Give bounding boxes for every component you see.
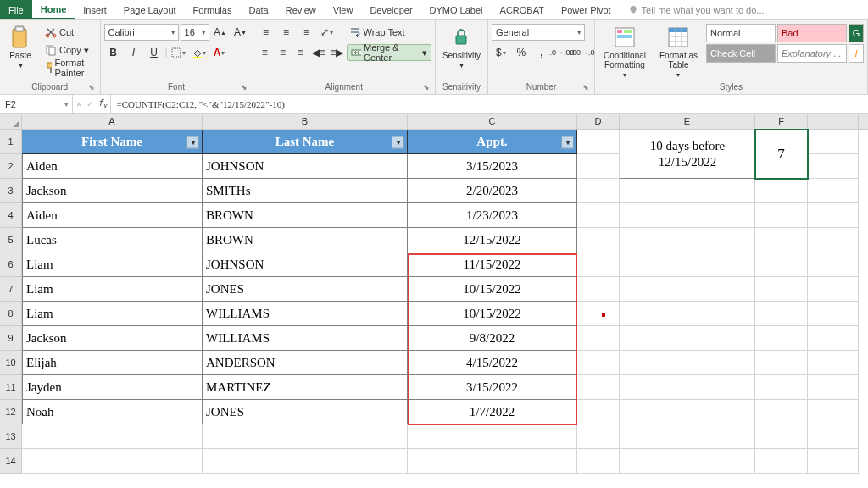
cell[interactable]: MARTINEZ	[203, 375, 408, 400]
spreadsheet-grid[interactable]: A B C D E F 1First Name▾Last Name▾Appt.▾…	[0, 114, 868, 474]
formula-input[interactable]: =COUNTIF(C2:C12, "<"&"12/15/2022"-10)	[111, 95, 868, 113]
wrap-text-button[interactable]: Wrap Text	[345, 24, 409, 41]
cell[interactable]	[408, 449, 577, 474]
tab-dymo[interactable]: DYMO Label	[421, 0, 492, 19]
tab-developer[interactable]: Developer	[361, 0, 420, 19]
cell[interactable]	[22, 424, 203, 449]
cell[interactable]: Aiden	[22, 203, 203, 228]
font-color-button[interactable]: A	[210, 44, 229, 61]
cell[interactable]	[620, 400, 755, 424]
cell[interactable]	[577, 277, 620, 302]
font-launcher[interactable]: ⬊	[241, 83, 248, 92]
cell[interactable]: Liam	[22, 302, 203, 326]
cell[interactable]	[755, 424, 808, 449]
row-header[interactable]: 14	[0, 449, 22, 474]
cell[interactable]	[755, 179, 808, 203]
cell[interactable]	[577, 424, 620, 449]
enter-formula-icon[interactable]: ✓	[87, 98, 93, 109]
cell[interactable]	[755, 302, 808, 326]
cell[interactable]	[620, 179, 755, 203]
style-check-cell[interactable]: Check Cell	[706, 44, 776, 63]
currency-button[interactable]: $	[492, 44, 510, 61]
align-center-icon[interactable]: ≡	[275, 44, 291, 61]
style-good[interactable]: G	[849, 24, 864, 42]
format-painter-button[interactable]: Format Painter	[41, 59, 97, 76]
cell[interactable]: 10/15/2022	[408, 277, 577, 302]
clipboard-launcher[interactable]: ⬊	[88, 83, 95, 92]
bold-button[interactable]: B	[104, 44, 123, 61]
increase-indent-icon[interactable]: ≡▶	[329, 44, 345, 61]
row-header[interactable]: 3	[0, 179, 22, 203]
row-header[interactable]: 10	[0, 351, 22, 375]
cell[interactable]	[577, 449, 620, 474]
orientation-icon[interactable]: ⤢	[318, 24, 337, 41]
cell[interactable]: Noah	[22, 400, 203, 424]
align-middle-icon[interactable]: ≡	[277, 24, 296, 41]
conditional-formatting-button[interactable]: Conditional Formatting▾	[598, 24, 651, 80]
cell[interactable]	[808, 375, 859, 400]
cell[interactable]	[203, 449, 408, 474]
cut-button[interactable]: Cut	[41, 24, 97, 41]
underline-button[interactable]: U	[145, 44, 164, 61]
cell[interactable]: 3/15/2023	[408, 154, 577, 179]
row-header[interactable]: 5	[0, 228, 22, 252]
cell[interactable]	[620, 326, 755, 351]
cancel-formula-icon[interactable]: ✕	[76, 98, 82, 109]
cell[interactable]	[755, 400, 808, 424]
cell[interactable]	[808, 228, 859, 252]
cell[interactable]	[577, 130, 620, 154]
row-header[interactable]: 11	[0, 375, 22, 400]
cell[interactable]	[755, 228, 808, 252]
tab-review[interactable]: Review	[277, 0, 325, 19]
cell[interactable]: JONES	[203, 277, 408, 302]
tab-file[interactable]: File	[0, 0, 32, 19]
row-header[interactable]: 8	[0, 302, 22, 326]
cell[interactable]: Liam	[22, 277, 203, 302]
cell[interactable]: Elijah	[22, 351, 203, 375]
cell[interactable]	[755, 449, 808, 474]
select-all-corner[interactable]	[0, 114, 22, 129]
increase-decimal-button[interactable]: .0→.00	[553, 44, 571, 61]
col-header-b[interactable]: B	[203, 114, 408, 129]
table-header-lastname[interactable]: Last Name▾	[203, 130, 408, 154]
cell[interactable]: Aiden	[22, 154, 203, 179]
insert-function-icon[interactable]: fx	[97, 97, 107, 110]
col-header-g[interactable]	[808, 114, 859, 129]
decrease-decimal-button[interactable]: .00→.0	[573, 44, 592, 61]
col-header-c[interactable]: C	[408, 114, 577, 129]
cell[interactable]: JOHNSON	[203, 154, 408, 179]
cell[interactable]	[808, 326, 859, 351]
cell[interactable]	[577, 203, 620, 228]
cell[interactable]	[755, 326, 808, 351]
tab-insert[interactable]: Insert	[75, 0, 115, 19]
cell[interactable]	[808, 252, 859, 277]
cell[interactable]: 3/15/2022	[408, 375, 577, 400]
row-header[interactable]: 6	[0, 252, 22, 277]
style-bad[interactable]: Bad	[777, 24, 847, 42]
row-header[interactable]: 12	[0, 400, 22, 424]
style-input[interactable]: I	[849, 44, 864, 63]
col-header-e[interactable]: E	[620, 114, 755, 129]
cell[interactable]: 11/15/2022	[408, 252, 577, 277]
tab-acrobat[interactable]: ACROBAT	[492, 0, 553, 19]
cell[interactable]: JONES	[203, 400, 408, 424]
cell[interactable]: 1/7/2022	[408, 400, 577, 424]
cell[interactable]: Jackson	[22, 326, 203, 351]
cell[interactable]	[808, 302, 859, 326]
tell-me[interactable]: Tell me what you want to do...	[620, 0, 773, 19]
align-bottom-icon[interactable]: ≡	[298, 24, 316, 41]
cell[interactable]	[577, 351, 620, 375]
cell[interactable]	[808, 154, 859, 179]
cell[interactable]: BROWN	[203, 203, 408, 228]
cell[interactable]	[808, 351, 859, 375]
col-header-d[interactable]: D	[577, 114, 620, 129]
cell[interactable]	[755, 375, 808, 400]
cell[interactable]	[577, 252, 620, 277]
decrease-font-icon[interactable]: A▼	[231, 24, 250, 41]
comma-button[interactable]: ,	[532, 44, 551, 61]
paste-button[interactable]: Paste ▾	[3, 24, 37, 71]
cell[interactable]	[808, 449, 859, 474]
cell[interactable]: Lucas	[22, 228, 203, 252]
row-header[interactable]: 2	[0, 154, 22, 179]
cell[interactable]	[22, 449, 203, 474]
